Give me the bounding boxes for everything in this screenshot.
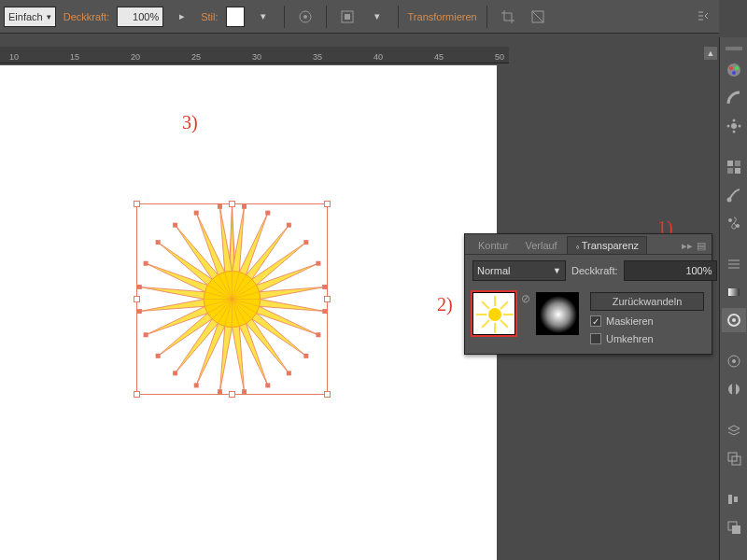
symbols-icon[interactable] (722, 211, 746, 235)
opacity-value: 100% (133, 11, 159, 22)
crop-icon[interactable] (497, 7, 519, 27)
panel-menu-icon[interactable]: ▤ (697, 240, 706, 252)
graphic-styles-icon[interactable] (722, 377, 746, 401)
tab-verlauf[interactable]: Verlauf (517, 237, 564, 254)
ruler-tick-label: 45 (434, 52, 444, 62)
ruler-tick-label: 35 (313, 52, 322, 62)
checkbox-checked-icon: ✓ (590, 315, 601, 327)
panel-opacity-input[interactable]: 100% (624, 260, 717, 281)
style-dropdown[interactable]: ▾ (252, 7, 275, 27)
link-mask-icon[interactable]: ⊘ (521, 292, 530, 305)
svg-point-66 (729, 66, 733, 70)
svg-point-79 (728, 218, 732, 222)
mask-checkbox-row[interactable]: ✓Maskieren (590, 315, 704, 327)
separator (326, 6, 327, 28)
selection-handle-sw[interactable] (134, 391, 140, 398)
mode-value: Einfach (8, 11, 43, 22)
svg-rect-93 (732, 525, 740, 534)
mask-thumbnail[interactable] (536, 292, 579, 335)
selection-handle-w[interactable] (134, 296, 140, 302)
selection-box[interactable] (136, 203, 328, 395)
svg-line-62 (482, 301, 489, 309)
color-guide-icon[interactable] (722, 86, 746, 110)
blend-mode-value: Normal (477, 265, 510, 276)
scroll-up-button[interactable]: ▲ (704, 47, 717, 60)
tab-transparenz[interactable]: ⬨Transparenz (567, 236, 647, 254)
revert-mask-button[interactable]: Zurückwandeln (590, 292, 704, 311)
selection-handle-nw[interactable] (134, 201, 140, 207)
swatches-icon[interactable] (722, 155, 746, 179)
selection-handle-s[interactable] (229, 391, 235, 398)
mask-options: Zurückwandeln ✓Maskieren Umkehren (590, 292, 704, 346)
collapse-icon[interactable] (693, 6, 715, 26)
panel-mask-row: ⊘ Zurückwandeln ✓Maskieren Umkehren (465, 287, 712, 352)
align-panel-icon[interactable] (722, 487, 746, 511)
svg-point-78 (726, 198, 731, 203)
style-swatch[interactable] (226, 7, 245, 27)
ruler-tick-label: 15 (70, 52, 79, 62)
gradient-panel-icon[interactable] (722, 280, 746, 304)
selection-handle-ne[interactable] (324, 201, 331, 207)
svg-point-68 (732, 71, 736, 75)
opacity-input[interactable]: 100% (117, 7, 163, 27)
invert-checkbox-row[interactable]: Umkehren (590, 333, 704, 344)
panel-drag-handle[interactable] (726, 47, 742, 50)
kuler-icon[interactable] (722, 114, 746, 138)
selection-handle-e[interactable] (324, 296, 331, 302)
svg-point-70 (732, 119, 735, 122)
annotation-3: 3) (182, 112, 198, 133)
svg-rect-91 (734, 497, 738, 502)
recolor-icon[interactable] (294, 7, 317, 27)
align-icon[interactable] (336, 7, 359, 27)
svg-point-83 (732, 318, 736, 322)
appearance-icon[interactable] (722, 349, 746, 373)
artwork-thumbnail[interactable] (472, 292, 515, 335)
canvas-area (0, 63, 509, 560)
svg-point-72 (732, 131, 735, 133)
tab-kontur[interactable]: Kontur (471, 237, 515, 254)
transform-label: Transformieren (408, 11, 477, 22)
color-panel-icon[interactable] (722, 58, 746, 82)
separator (284, 6, 285, 28)
svg-rect-74 (727, 161, 733, 166)
mode-dropdown[interactable]: Einfach▾ (4, 7, 56, 27)
svg-point-85 (732, 359, 736, 363)
artboards-icon[interactable] (722, 446, 746, 470)
panel-opacity-label: Deckkraft: (571, 265, 618, 276)
svg-point-67 (735, 66, 739, 70)
panel-expand-icon[interactable]: ▸▸ (682, 240, 693, 252)
blend-mode-dropdown[interactable]: Normal▼ (472, 260, 566, 281)
ruler-tick-label: 25 (191, 52, 201, 62)
artboard[interactable] (0, 65, 497, 560)
svg-rect-90 (728, 495, 732, 504)
svg-rect-3 (345, 14, 350, 20)
isolate-icon[interactable] (527, 7, 549, 27)
svg-rect-76 (727, 168, 733, 174)
tab-active-icon: ⬨ (575, 242, 580, 251)
layers-icon[interactable] (722, 418, 746, 442)
opacity-stepper[interactable]: ▸ (171, 7, 193, 27)
separator (398, 6, 399, 28)
svg-point-69 (731, 123, 737, 129)
pathfinder-icon[interactable] (722, 515, 746, 539)
annotation-2: 2) (437, 294, 453, 315)
selection-handle-n[interactable] (229, 201, 235, 207)
chevron-down-icon: ▼ (553, 266, 561, 275)
transparency-panel-icon[interactable] (722, 308, 746, 332)
transparency-panel[interactable]: Kontur Verlauf ⬨Transparenz ▸▸ ▤ Normal▼… (464, 233, 712, 355)
align-dropdown[interactable]: ▾ (366, 7, 388, 27)
selection-handle-se[interactable] (324, 391, 331, 398)
separator (486, 6, 487, 28)
svg-point-64 (540, 296, 577, 333)
svg-rect-77 (735, 168, 740, 174)
invert-label: Umkehren (606, 333, 654, 344)
stroke-panel-icon[interactable] (722, 252, 746, 276)
right-panel-strip (719, 37, 747, 560)
svg-point-1 (303, 15, 307, 19)
checkbox-icon (590, 333, 601, 344)
svg-rect-81 (728, 288, 740, 296)
brushes-icon[interactable] (722, 183, 746, 207)
panel-tabs: Kontur Verlauf ⬨Transparenz ▸▸ ▤ (465, 234, 712, 255)
style-label: Stil: (201, 11, 218, 22)
svg-rect-75 (735, 161, 740, 166)
